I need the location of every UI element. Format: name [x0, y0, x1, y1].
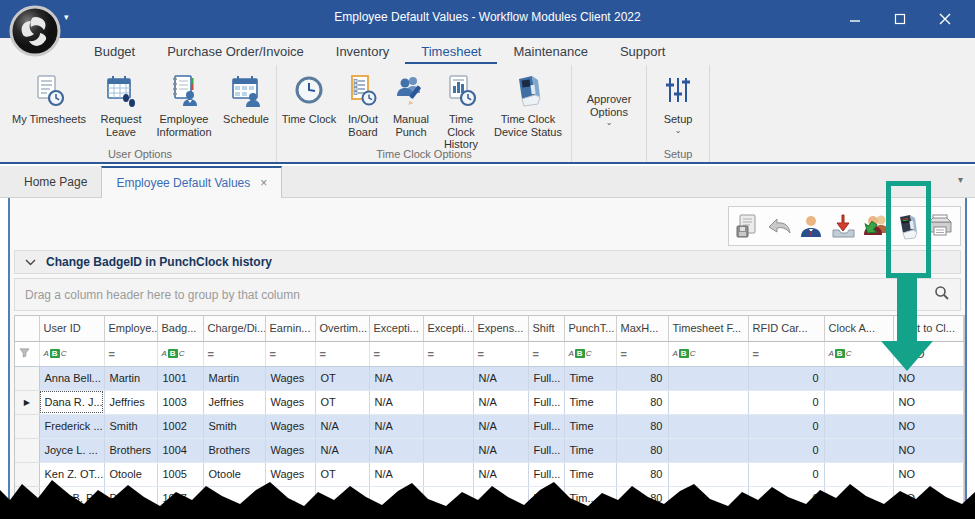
cell-expens[interactable]: N/A — [473, 462, 528, 486]
cell-badg[interactable]: 1007 — [157, 486, 203, 510]
column-header-rfid-car[interactable]: RFID Car... — [748, 316, 824, 341]
column-header-badg[interactable]: Badg... — [157, 316, 203, 341]
cell-expens[interactable]: N/A — [473, 438, 528, 462]
cell-shift[interactable]: Full... — [528, 462, 564, 486]
cell-timesheet-f[interactable] — [668, 366, 748, 390]
cell-rfid-car[interactable]: 0 — [748, 414, 824, 438]
tab-overflow-caret-icon[interactable]: ▾ — [958, 174, 963, 185]
cell-badg[interactable]: 1001 — [157, 366, 203, 390]
cell-shift[interactable]: Full... — [528, 366, 564, 390]
schedule-button[interactable]: Schedule — [218, 69, 274, 126]
cell-maxh[interactable]: 80 — [616, 438, 668, 462]
cell-maxh[interactable]: 80 — [616, 366, 668, 390]
section-header-change-badgeid[interactable]: Change BadgeID in PunchClock history — [14, 250, 961, 274]
cell-employe[interactable]: Smith — [104, 414, 157, 438]
filter-cell-excepti[interactable]: = — [423, 341, 473, 366]
cell-rfid-car[interactable]: 0 — [748, 390, 824, 414]
cell-badg[interactable]: 1003 — [157, 390, 203, 414]
cell-timesheet-f[interactable] — [668, 438, 748, 462]
cell-charge-di[interactable]: Da... — [203, 486, 265, 510]
ribbon-tab-support[interactable]: Support — [604, 40, 682, 64]
employee-information-button[interactable]: Employee Information — [150, 69, 218, 138]
app-logo-icon[interactable] — [9, 5, 61, 57]
cell-maxh[interactable]: 80 — [616, 414, 668, 438]
cell-clock-a[interactable] — [824, 414, 893, 438]
close-button[interactable] — [922, 4, 967, 34]
column-header-user-id[interactable]: User ID — [39, 316, 104, 341]
cell-clock-a[interactable] — [824, 486, 893, 510]
filter-cell-expens[interactable]: = — [473, 341, 528, 366]
cell-user-id[interactable]: Joyce L. ... — [39, 438, 104, 462]
cell-puncht[interactable]: Time — [564, 390, 616, 414]
in-out-board-button[interactable]: In/Out Board — [339, 69, 387, 138]
import-icon[interactable] — [829, 211, 857, 241]
save-icon[interactable] — [734, 211, 760, 241]
undo-icon[interactable] — [765, 211, 793, 241]
my-timesheets-button[interactable]: My Timesheets — [6, 69, 92, 126]
cell-user-id[interactable]: Dana R. J... — [39, 390, 104, 414]
cell-badg[interactable]: 1004 — [157, 438, 203, 462]
filter-cell-puncht[interactable]: ABC — [564, 341, 616, 366]
tab-home-page[interactable]: Home Page — [10, 166, 101, 197]
cell-employe[interactable]: Brothers — [104, 438, 157, 462]
column-header-charge-di[interactable]: Charge/Di... — [203, 316, 265, 341]
filter-cell-rfid-car[interactable]: = — [748, 341, 824, 366]
cell-expens[interactable]: N/A — [473, 414, 528, 438]
table-row[interactable]: ▶Dana R. J...Jeffries1003JeffriesWagesOT… — [15, 390, 963, 414]
cell-overtim[interactable]: OT — [315, 366, 369, 390]
cell-excepti[interactable] — [423, 414, 473, 438]
filter-cell-earnin[interactable]: = — [265, 341, 315, 366]
group-by-panel[interactable]: Drag a column header here to group by th… — [14, 278, 961, 311]
column-header-employe[interactable]: Employe... — [104, 316, 157, 341]
cell-excepti[interactable]: N/A — [369, 462, 423, 486]
column-header-excepti[interactable]: Excepti... — [369, 316, 423, 341]
cell-shift[interactable]: Full... — [528, 486, 564, 510]
cell-excepti[interactable] — [423, 486, 473, 510]
cell-excepti[interactable] — [423, 366, 473, 390]
cell-charge-di[interactable]: Otoole — [203, 462, 265, 486]
cell-rfid-car[interactable]: 0 — [748, 462, 824, 486]
cell-timesheet-f[interactable] — [668, 462, 748, 486]
close-tab-icon[interactable]: × — [260, 176, 267, 190]
cell-sent-to-cl[interactable]: NO — [893, 462, 963, 486]
cell-excepti[interactable]: N/A — [369, 414, 423, 438]
collapse-chevron-icon[interactable] — [25, 258, 36, 266]
cell-overtim[interactable]: OT — [315, 462, 369, 486]
cell-earnin[interactable]: Wages — [265, 414, 315, 438]
column-header-row-indicator[interactable] — [15, 316, 39, 341]
cell-employe[interactable]: Pa... — [104, 486, 157, 510]
cell-excepti[interactable] — [369, 486, 423, 510]
table-row[interactable]: Millie B. P...Pa...1007Da...Wa...Full...… — [15, 486, 963, 510]
time-clock-history-button[interactable]: Time Clock History — [435, 69, 487, 151]
cell-earnin[interactable]: Wages — [265, 438, 315, 462]
cell-shift[interactable]: Full... — [528, 414, 564, 438]
cell-charge-di[interactable]: Smith — [203, 414, 265, 438]
column-header-excepti[interactable]: Excepti... — [423, 316, 473, 341]
cell-puncht[interactable]: Tim... — [564, 486, 616, 510]
quick-access-caret-icon[interactable]: ▾ — [64, 13, 69, 22]
filter-cell-row-indicator[interactable] — [15, 341, 39, 366]
employee-icon[interactable] — [798, 211, 824, 241]
maximize-button[interactable] — [877, 4, 922, 34]
cell-earnin[interactable]: Wages — [265, 462, 315, 486]
minimize-button[interactable] — [832, 4, 877, 34]
filter-cell-charge-di[interactable]: = — [203, 341, 265, 366]
cell-rfid-car[interactable]: 0 — [748, 366, 824, 390]
cell-user-id[interactable]: Ken Z. OT... — [39, 462, 104, 486]
column-header-shift[interactable]: Shift — [528, 316, 564, 341]
filter-cell-employe[interactable]: = — [104, 341, 157, 366]
cell-puncht[interactable]: Time — [564, 414, 616, 438]
ribbon-tab-budget[interactable]: Budget — [78, 40, 151, 64]
manual-punch-button[interactable]: Manual Punch — [387, 69, 435, 138]
cell-excepti[interactable] — [423, 462, 473, 486]
cell-maxh[interactable]: 80 — [616, 390, 668, 414]
cell-sent-to-cl[interactable]: NO — [893, 414, 963, 438]
cell-puncht[interactable]: Time — [564, 438, 616, 462]
cell-employe[interactable]: Martin — [104, 366, 157, 390]
ribbon-tab-timesheet[interactable]: Timesheet — [405, 40, 497, 64]
filter-cell-user-id[interactable]: ABC — [39, 341, 104, 366]
table-row[interactable]: Ken Z. OT...Otoole1005OtooleWagesOTN/AN/… — [15, 462, 963, 486]
cell-excepti[interactable] — [423, 438, 473, 462]
cell-earnin[interactable]: Wages — [265, 390, 315, 414]
cell-badg[interactable]: 1002 — [157, 414, 203, 438]
